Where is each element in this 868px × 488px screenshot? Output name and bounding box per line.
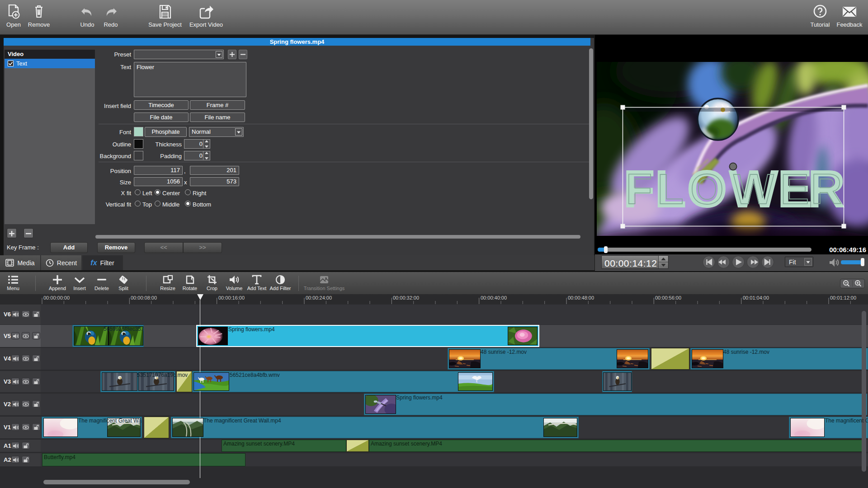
- svg-text:W: W: [733, 165, 774, 213]
- svg-text:R: R: [811, 165, 842, 213]
- svg-text:F: F: [626, 165, 652, 213]
- svg-text:L: L: [657, 165, 684, 213]
- svg-text:00:00:08:00: 00:00:08:00: [131, 295, 157, 300]
- svg-text:00:00:56:00: 00:00:56:00: [655, 295, 681, 300]
- svg-text:00:00:48:00: 00:00:48:00: [568, 295, 594, 300]
- svg-text:00:00:32:00: 00:00:32:00: [393, 295, 419, 300]
- svg-text:E: E: [780, 165, 809, 213]
- svg-text:O: O: [690, 165, 724, 213]
- svg-text:00:01:12:00: 00:01:12:00: [830, 295, 856, 300]
- svg-text:00:00:16:00: 00:00:16:00: [218, 295, 245, 300]
- svg-text:00:00:40:00: 00:00:40:00: [481, 295, 507, 300]
- svg-text:00:01:04:00: 00:01:04:00: [743, 295, 769, 300]
- svg-text:00:00:00:00: 00:00:00:00: [43, 295, 70, 300]
- svg-text:00:00:24:00: 00:00:24:00: [306, 295, 332, 300]
